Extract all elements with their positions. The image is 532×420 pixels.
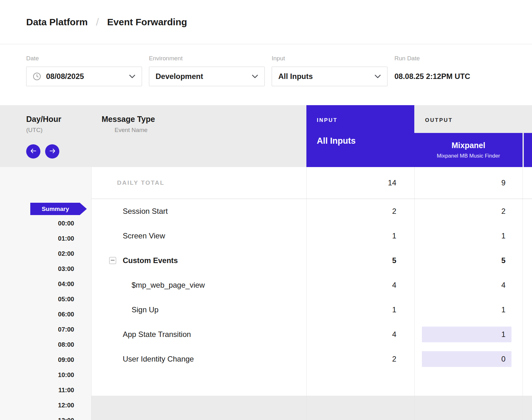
arrow-right-icon — [49, 148, 56, 155]
chevron-down-icon — [252, 75, 258, 78]
output-column-header: OUTPUT Mixpanel Mixpanel MB Music Finder — [414, 105, 523, 167]
output-count: 5 — [501, 256, 505, 265]
connection-subtitle: Mixpanel MB Music Finder — [437, 153, 500, 159]
highlighted-output-cell: 0 — [422, 351, 511, 367]
table-row: $mp_web_page_view 4 4 — [92, 273, 532, 297]
input-count: 2 — [392, 355, 396, 363]
table-row: User Identity Change 2 0 — [92, 347, 532, 371]
hour-item[interactable]: 00:00 — [0, 216, 91, 231]
hour-item[interactable]: 04:00 — [0, 276, 91, 291]
output-count: 4 — [501, 281, 505, 290]
output-connection-header[interactable]: Mixpanel Mixpanel MB Music Finder — [414, 133, 523, 167]
arrow-left-icon — [30, 148, 37, 155]
table-row: App State Transition 4 1 — [92, 322, 532, 347]
collapse-icon[interactable] — [109, 257, 116, 264]
day-hour-header: Day/Hour (UTC) — [0, 105, 92, 167]
next-output-column-partial — [523, 105, 532, 167]
output-count: 2 — [501, 207, 505, 216]
event-name: Custom Events — [123, 256, 178, 265]
message-type-header: Message Type Event Name — [92, 105, 306, 167]
daily-total-row: DAILY TOTAL 14 9 — [92, 167, 532, 199]
next-day-button[interactable] — [45, 144, 59, 159]
input-filter: Input All Inputs — [272, 55, 387, 105]
environment-select[interactable]: Development — [149, 67, 265, 86]
environment-filter-label: Environment — [149, 55, 265, 62]
chevron-down-icon — [129, 75, 135, 78]
table-header: Day/Hour (UTC) Message Type Event Name — [0, 105, 532, 167]
event-name: Sign Up — [132, 305, 158, 314]
input-column-label: INPUT — [317, 117, 414, 123]
breadcrumb-separator: / — [96, 16, 99, 28]
input-select-value: All Inputs — [278, 72, 371, 81]
hour-item[interactable]: 06:00 — [0, 307, 91, 322]
table-row: Sign Up 1 1 — [92, 297, 532, 322]
input-count: 2 — [392, 207, 396, 216]
hours-sidebar: Summary 00:00 01:00 02:00 03:00 04:00 05… — [0, 167, 92, 420]
message-type-subtitle: Event Name — [115, 127, 306, 134]
summary-ribbon[interactable]: Summary — [30, 203, 87, 215]
hour-list: 00:00 01:00 02:00 03:00 04:00 05:00 06:0… — [0, 216, 91, 420]
input-count: 4 — [392, 330, 396, 339]
event-name: Session Start — [123, 207, 168, 216]
hour-item[interactable]: 07:00 — [0, 322, 91, 337]
hour-item[interactable]: 02:00 — [0, 246, 91, 261]
daily-total-output-count: 9 — [501, 178, 505, 187]
page-title: Event Forwarding — [107, 17, 187, 27]
hour-item[interactable]: 09:00 — [0, 352, 91, 367]
filter-bar: Date 08/08/2025 Environment Development — [0, 44, 532, 105]
input-count: 1 — [392, 231, 396, 240]
output-count: 1 — [501, 330, 505, 339]
run-date-value: 08.08.25 2:12PM UTC — [394, 67, 470, 86]
hour-item[interactable]: 03:00 — [0, 261, 91, 276]
day-hour-title: Day/Hour — [26, 115, 92, 124]
input-select[interactable]: All Inputs — [272, 67, 387, 86]
event-name: Screen View — [123, 231, 165, 240]
daily-total-input-count: 14 — [388, 178, 396, 187]
hour-item[interactable]: 08:00 — [0, 337, 91, 352]
input-column-value: All Inputs — [317, 136, 414, 146]
message-type-title: Message Type — [102, 115, 306, 124]
output-count: 0 — [501, 355, 505, 363]
date-select[interactable]: 08/08/2025 — [26, 67, 142, 86]
hour-item[interactable]: 12:00 — [0, 398, 91, 413]
event-name: App State Transition — [123, 330, 191, 339]
table-row: Session Start 2 2 — [92, 199, 532, 224]
day-nav — [26, 144, 92, 159]
output-count: 1 — [501, 305, 505, 314]
highlighted-output-cell: 1 — [422, 327, 511, 342]
chevron-down-icon — [375, 75, 381, 78]
date-filter: Date 08/08/2025 — [26, 55, 142, 105]
output-column-label: OUTPUT — [425, 117, 523, 123]
hour-item[interactable]: 01:00 — [0, 231, 91, 246]
event-name: $mp_web_page_view — [132, 281, 205, 290]
environment-select-value: Development — [156, 72, 249, 81]
clock-icon — [33, 72, 41, 81]
input-count: 4 — [392, 281, 396, 290]
input-count: 5 — [392, 256, 396, 265]
event-name: User Identity Change — [123, 355, 194, 363]
hour-item[interactable]: 10:00 — [0, 367, 91, 382]
breadcrumb-section[interactable]: Data Platform — [26, 17, 88, 27]
event-forwarding-page: Data Platform / Event Forwarding Date 08… — [0, 0, 532, 420]
daily-total-label: DAILY TOTAL — [117, 179, 164, 186]
table-body: Summary 00:00 01:00 02:00 03:00 04:00 05… — [0, 167, 532, 420]
table-footer-band — [92, 396, 532, 420]
output-count: 1 — [501, 231, 505, 240]
environment-filter: Environment Development — [149, 55, 265, 105]
input-count: 1 — [392, 305, 396, 314]
table-rows: DAILY TOTAL 14 9 Session Start 2 2 Scree… — [92, 167, 532, 420]
next-connection-header-partial — [524, 133, 532, 167]
breadcrumb: Data Platform / Event Forwarding — [0, 0, 532, 44]
date-filter-label: Date — [26, 55, 142, 62]
day-hour-subtitle: (UTC) — [26, 127, 92, 134]
date-select-value: 08/08/2025 — [46, 72, 126, 81]
empty-area — [92, 371, 532, 396]
run-date: Run Date 08.08.25 2:12PM UTC — [394, 55, 470, 105]
table-row: Custom Events 5 5 — [92, 248, 532, 273]
hour-item[interactable]: 13:00 — [0, 413, 91, 420]
run-date-label: Run Date — [394, 55, 470, 62]
previous-day-button[interactable] — [26, 144, 40, 159]
hour-item[interactable]: 11:00 — [0, 382, 91, 398]
hour-item[interactable]: 05:00 — [0, 291, 91, 307]
table-row: Screen View 1 1 — [92, 224, 532, 248]
